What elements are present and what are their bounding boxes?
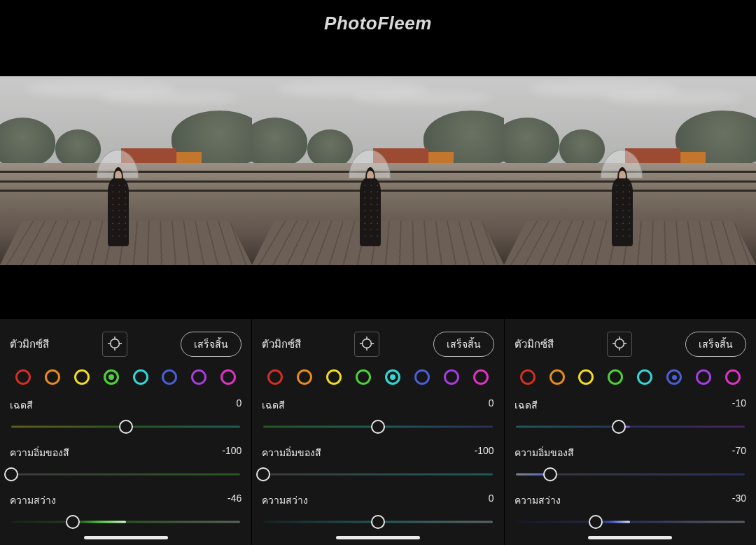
slider-luminance-label: ความสว่าง xyxy=(514,493,561,508)
slider-luminance: ความสว่าง 0 xyxy=(262,493,493,529)
done-button[interactable]: เสร็จสิ้น xyxy=(433,332,494,357)
photo-preview-1 xyxy=(0,76,252,265)
svg-point-0 xyxy=(111,339,120,348)
slider-hue-thumb[interactable] xyxy=(371,420,385,434)
color-swatch-magenta[interactable] xyxy=(725,369,741,385)
slider-luminance: ความสว่าง -46 xyxy=(10,493,241,529)
color-swatch-row xyxy=(514,360,746,388)
color-swatch-yellow[interactable] xyxy=(578,369,594,385)
target-icon xyxy=(359,336,374,353)
color-swatch-green[interactable] xyxy=(104,369,119,385)
target-icon xyxy=(612,336,627,353)
slider-saturation-value: -100 xyxy=(222,445,241,460)
slider-luminance-label: ความสว่าง xyxy=(10,493,56,508)
slider-luminance: ความสว่าง -30 xyxy=(514,493,746,529)
panel-title: ตัวมิกซ์สี xyxy=(10,336,49,353)
color-swatch-row xyxy=(262,360,493,388)
slider-luminance-thumb[interactable] xyxy=(589,515,603,529)
color-swatch-aqua[interactable] xyxy=(385,369,400,385)
color-swatch-green[interactable] xyxy=(356,369,371,385)
slider-luminance-value: -46 xyxy=(227,493,241,508)
slider-luminance-thumb[interactable] xyxy=(371,515,385,529)
color-swatch-magenta[interactable] xyxy=(473,369,489,385)
svg-point-5 xyxy=(363,339,372,348)
slider-saturation: ความอิ่มของสี -100 xyxy=(10,445,241,481)
slider-hue-thumb[interactable] xyxy=(119,420,133,434)
slider-hue: เฉดสี 0 xyxy=(10,397,241,434)
home-indicator[interactable] xyxy=(84,536,168,539)
color-swatch-blue[interactable] xyxy=(666,369,682,385)
slider-luminance-value: -30 xyxy=(732,493,746,508)
slider-saturation-value: -100 xyxy=(475,445,494,460)
color-swatch-purple[interactable] xyxy=(191,369,206,385)
done-button[interactable]: เสร็จสิ้น xyxy=(685,332,746,357)
slider-saturation-thumb[interactable] xyxy=(543,467,557,481)
slider-saturation-label: ความอิ่มของสี xyxy=(262,445,321,460)
color-swatch-green[interactable] xyxy=(608,369,623,385)
slider-saturation-track[interactable] xyxy=(11,467,240,481)
slider-saturation-thumb[interactable] xyxy=(4,467,18,481)
slider-hue: เฉดสี -10 xyxy=(514,397,746,434)
slider-hue-track[interactable] xyxy=(263,420,492,434)
slider-luminance-value: 0 xyxy=(489,493,494,508)
color-swatch-yellow[interactable] xyxy=(74,369,90,385)
slider-hue-value: 0 xyxy=(489,397,494,413)
slider-hue-value: 0 xyxy=(237,397,242,413)
slider-saturation-value: -70 xyxy=(732,445,746,460)
color-mix-panels: ตัวมิกซ์สี เสร็จสิ้น เฉดสี 0 ความอิ่มของ… xyxy=(0,319,756,545)
color-swatch-yellow[interactable] xyxy=(326,369,342,385)
slider-luminance-track[interactable] xyxy=(263,515,492,529)
slider-hue: เฉดสี 0 xyxy=(262,397,493,434)
color-swatch-purple[interactable] xyxy=(444,369,459,385)
color-swatch-orange[interactable] xyxy=(550,369,565,385)
color-mix-panel-3: ตัวมิกซ์สี เสร็จสิ้น เฉดสี -10 ความอิ่มข… xyxy=(504,319,756,545)
target-icon xyxy=(107,336,122,353)
slider-saturation: ความอิ่มของสี -100 xyxy=(262,445,493,481)
slider-hue-label: เฉดสี xyxy=(262,397,285,413)
color-mix-panel-2: ตัวมิกซ์สี เสร็จสิ้น เฉดสี 0 ความอิ่มของ… xyxy=(251,319,503,545)
slider-saturation-thumb[interactable] xyxy=(256,467,270,481)
target-adjust-button[interactable] xyxy=(607,332,632,357)
slider-hue-track[interactable] xyxy=(11,420,240,434)
panel-title: ตัวมิกซ์สี xyxy=(514,336,554,353)
color-swatch-aqua[interactable] xyxy=(637,369,652,385)
slider-hue-thumb[interactable] xyxy=(612,420,626,434)
color-swatch-aqua[interactable] xyxy=(133,369,148,385)
app-title: PhotoFleem xyxy=(0,0,756,34)
color-swatch-blue[interactable] xyxy=(414,369,430,385)
photo-preview-2 xyxy=(252,76,504,265)
target-adjust-button[interactable] xyxy=(102,332,127,357)
slider-luminance-label: ความสว่าง xyxy=(262,493,308,508)
color-swatch-red[interactable] xyxy=(267,369,283,385)
svg-point-10 xyxy=(615,339,624,348)
color-swatch-magenta[interactable] xyxy=(220,369,236,385)
color-swatch-orange[interactable] xyxy=(45,369,60,385)
color-swatch-row xyxy=(10,360,241,388)
slider-hue-value: -10 xyxy=(732,397,746,413)
color-swatch-red[interactable] xyxy=(15,369,31,385)
color-mix-panel-1: ตัวมิกซ์สี เสร็จสิ้น เฉดสี 0 ความอิ่มของ… xyxy=(0,319,251,545)
slider-hue-track[interactable] xyxy=(516,420,745,434)
home-indicator[interactable] xyxy=(588,536,672,539)
slider-saturation-track[interactable] xyxy=(263,467,492,481)
slider-luminance-track[interactable] xyxy=(516,515,745,529)
photo-preview-strip xyxy=(0,76,756,265)
color-swatch-purple[interactable] xyxy=(696,369,711,385)
slider-saturation-track[interactable] xyxy=(516,467,745,481)
slider-saturation: ความอิ่มของสี -70 xyxy=(514,445,746,481)
slider-hue-label: เฉดสี xyxy=(514,397,538,413)
color-swatch-orange[interactable] xyxy=(297,369,312,385)
slider-hue-label: เฉดสี xyxy=(10,397,33,413)
panel-title: ตัวมิกซ์สี xyxy=(262,336,301,353)
done-button[interactable]: เสร็จสิ้น xyxy=(181,332,241,357)
color-swatch-red[interactable] xyxy=(520,369,536,385)
slider-luminance-track[interactable] xyxy=(11,515,240,529)
slider-saturation-label: ความอิ่มของสี xyxy=(10,445,69,460)
slider-saturation-label: ความอิ่มของสี xyxy=(514,445,574,460)
target-adjust-button[interactable] xyxy=(354,332,379,357)
photo-preview-3 xyxy=(504,76,756,265)
home-indicator[interactable] xyxy=(336,536,420,539)
color-swatch-blue[interactable] xyxy=(162,369,177,385)
slider-luminance-thumb[interactable] xyxy=(66,515,80,529)
